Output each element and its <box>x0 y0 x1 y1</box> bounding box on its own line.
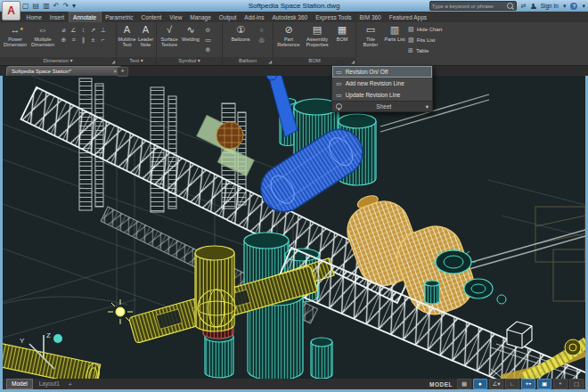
hide-chart-icon: ▧ <box>408 26 414 33</box>
tab-addins[interactable]: Add-ins <box>241 12 268 22</box>
add-new-revision-line-item[interactable]: ▭ Add new Revision Line <box>332 78 432 89</box>
selection-cycling-icon[interactable]: ▣ <box>537 379 551 389</box>
bom-panel-footer[interactable]: BOM <box>274 57 355 65</box>
balloon-multi-icon[interactable]: ◎ <box>257 35 266 45</box>
surface-texture-button[interactable]: √ Surface Texture <box>159 24 180 47</box>
leader-note-icon: A <box>143 24 149 36</box>
chamfer-dimension-icon[interactable]: ⌐ <box>98 35 108 45</box>
annotation-scale-icon[interactable]: + <box>553 379 568 389</box>
symbol-dropdown-icon: ▾ <box>198 58 200 63</box>
file-tab-active[interactable]: Softpedia Space Station* × <box>6 66 122 76</box>
tab-featured-apps[interactable]: Featured Apps <box>385 12 430 22</box>
ucs-z-label: Z <box>46 331 51 339</box>
assembly-properties-button[interactable]: ▤ Assembly Properties <box>303 24 331 47</box>
search-icon[interactable] <box>507 3 513 9</box>
file-tab-bar: Softpedia Space Station* × + <box>0 65 588 76</box>
add-layout-button[interactable]: + <box>66 381 75 388</box>
angle-dimension-icon[interactable]: ∠ <box>69 25 78 35</box>
tab-bim360[interactable]: BIM 360 <box>355 12 385 22</box>
baseline-dimension-icon[interactable]: ≡ <box>69 35 78 45</box>
feature-frame-icon[interactable]: ▭ <box>203 35 213 45</box>
tab-express-tools[interactable]: Express Tools <box>312 12 355 22</box>
ucs-y-label: Y <box>20 337 25 345</box>
layout1-tab[interactable]: Layout1 <box>35 380 64 388</box>
panel-dimension: ↔★ Power Dimension ⇔ Multiple Dimension … <box>0 22 117 65</box>
power-dimension-button[interactable]: ↔★ Power Dimension <box>2 24 29 47</box>
tab-manage[interactable]: Manage <box>186 12 216 22</box>
tab-content[interactable]: Content <box>137 12 166 22</box>
balloon-single-icon[interactable]: ○ <box>257 25 266 35</box>
space-station-drawing: Z Y <box>3 75 585 379</box>
sign-in-button[interactable]: Sign In <box>541 3 559 9</box>
hide-chart-item[interactable]: ▧ Hide Chart <box>408 24 442 35</box>
balloons-button[interactable]: ① Balloons <box>227 24 254 42</box>
datum-identifier-icon[interactable]: ⊖ <box>203 25 213 35</box>
snap-toggle-icon[interactable]: ● <box>473 379 487 389</box>
welding-button[interactable]: ∿ Welding <box>181 24 200 42</box>
pushpin-icon[interactable] <box>336 103 342 110</box>
table-icon: ⊞ <box>408 47 413 54</box>
surface-texture-icon: √ <box>167 24 172 36</box>
ortho-toggle-icon[interactable]: ∟ <box>505 379 519 389</box>
drawing-viewport[interactable]: Z Y <box>3 75 585 379</box>
tab-output[interactable]: Output <box>215 12 241 22</box>
multiple-dimension-button[interactable]: ⇔ Multiple Dimension <box>29 24 56 47</box>
text-panel-footer[interactable]: Text ▾ <box>117 57 156 65</box>
tab-annotate[interactable]: Annotate <box>69 12 102 22</box>
fits-list-item[interactable]: ▨ Fits List <box>408 35 442 45</box>
tab-autodesk360[interactable]: Autodesk 360 <box>268 12 312 22</box>
tab-parametric[interactable]: Parametric <box>102 12 137 22</box>
datum-target-icon[interactable]: ⊕ <box>203 45 213 54</box>
symbol-panel-footer[interactable]: Symbol ▾ <box>157 57 222 65</box>
tab-insert[interactable]: Insert <box>45 12 68 22</box>
grid-toggle-icon[interactable]: ▦ <box>457 379 471 389</box>
model-space-label[interactable]: MODEL <box>429 381 453 388</box>
polar-tracking-icon[interactable]: ∠▾ <box>489 379 503 389</box>
multiline-text-button[interactable]: A Multiline Text <box>118 24 136 47</box>
parts-list-button[interactable]: ▥ Parts List <box>384 24 405 42</box>
sheet-flyout-footer[interactable]: Sheet ▾ <box>332 101 432 111</box>
part-reference-icon: ⊘ <box>284 24 292 36</box>
aligned-dimension-icon[interactable]: ↗ <box>88 25 98 35</box>
tab-view[interactable]: View <box>166 12 186 22</box>
isolate-objects-icon[interactable]: ▢ <box>569 379 584 389</box>
balloon-tool-column: ○ ◎ <box>257 25 267 45</box>
balloon-panel-footer[interactable]: Balloon <box>223 57 273 65</box>
search-input[interactable] <box>430 3 507 9</box>
parallel-dimension-icon[interactable]: ∥ <box>78 35 88 45</box>
tolerance-dimension-icon[interactable]: ± <box>88 35 98 45</box>
dimension-dropdown-icon: ▾ <box>70 58 73 63</box>
balloon-launcher-icon[interactable]: ◢ <box>268 60 272 64</box>
dimension-tool-grid: ⌀ ∠ ↕ ↗ ⊥ ⊕ ≡ ∥ ± ⌐ <box>59 25 109 45</box>
perpendicular-dimension-icon[interactable]: ⊥ <box>98 25 108 35</box>
title-border-button[interactable]: ▭ Title Border <box>358 24 383 47</box>
dimension-launcher-icon[interactable]: ◢ <box>111 60 115 64</box>
revision-on-off-item[interactable]: ▭ Revision On/ Off <box>332 66 432 78</box>
fits-list-icon: ▨ <box>408 37 414 44</box>
sign-in-dropdown-icon[interactable]: ▾ <box>563 3 567 10</box>
help-icon[interactable]: ? <box>570 3 577 10</box>
diameter-dimension-icon[interactable]: ⌀ <box>59 25 69 35</box>
table-item[interactable]: ⊞ Table <box>408 45 442 56</box>
bom-button[interactable]: ▦ BOM <box>332 24 352 42</box>
osnap-toggle-icon[interactable]: ⌖▾ <box>521 379 535 389</box>
exchange-icon[interactable]: ⇄ <box>521 3 527 10</box>
update-revision-line-item[interactable]: ▭ Update Revision Line <box>332 89 432 101</box>
vertical-dimension-icon[interactable]: ↕ <box>78 25 88 35</box>
ribbon: ↔★ Power Dimension ⇔ Multiple Dimension … <box>0 22 588 65</box>
add-revision-line-icon: ▭ <box>336 80 342 87</box>
panel-bom: ⊘ Part Reference ▤ Assembly Properties ▦… <box>274 22 356 65</box>
dimension-panel-footer[interactable]: Dimension ▾ <box>0 57 116 65</box>
help-search-box[interactable] <box>429 1 517 11</box>
bom-launcher-icon[interactable]: ◢ <box>351 60 355 64</box>
help-dropdown-icon[interactable]: ▾ <box>582 3 585 10</box>
leader-note-button[interactable]: A Leader Note <box>136 24 155 47</box>
bom-icon: ▦ <box>338 24 347 36</box>
orange-mesh-node <box>216 122 243 149</box>
part-reference-button[interactable]: ⊘ Part Reference <box>275 24 302 47</box>
model-tab[interactable]: Model <box>6 379 33 389</box>
autocad-app-button[interactable]: A <box>2 1 20 20</box>
new-drawing-tab-button[interactable]: + <box>117 67 128 77</box>
tab-home[interactable]: Home <box>22 12 45 22</box>
ordinate-dimension-icon[interactable]: ⊕ <box>59 35 69 45</box>
